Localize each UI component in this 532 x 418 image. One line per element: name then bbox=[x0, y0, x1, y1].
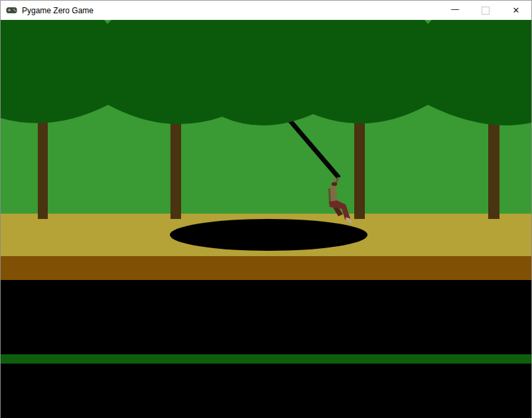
gamepad-button-a bbox=[13, 9, 15, 10]
dirt-layer bbox=[1, 256, 531, 280]
underground bbox=[1, 280, 531, 418]
window-title: Pygame Zero Game bbox=[22, 6, 440, 15]
maximize-button[interactable] bbox=[470, 1, 501, 20]
gamepad-dpad-v bbox=[9, 9, 10, 11]
gamepad-icon bbox=[6, 6, 17, 15]
close-icon: ✕ bbox=[513, 5, 520, 15]
window-titlebar[interactable]: Pygame Zero Game — ✕ bbox=[0, 0, 532, 20]
pygame-window: Pygame Zero Game — ✕ bbox=[0, 0, 532, 418]
underground-ledge bbox=[1, 354, 531, 364]
tree-canopy bbox=[1, 20, 531, 125]
close-button[interactable]: ✕ bbox=[501, 1, 531, 20]
player-hair bbox=[332, 182, 337, 186]
pit-hole bbox=[170, 219, 367, 251]
tree-trunk bbox=[354, 107, 365, 219]
minimize-button[interactable]: — bbox=[440, 1, 470, 20]
maximize-icon bbox=[482, 7, 490, 15]
game-canvas[interactable] bbox=[0, 20, 532, 418]
window-controls: — ✕ bbox=[440, 1, 531, 20]
minimize-icon: — bbox=[451, 5, 459, 14]
tree-trunk bbox=[170, 107, 181, 219]
tree-trunk bbox=[38, 107, 48, 219]
gamepad-button-b bbox=[15, 10, 16, 11]
